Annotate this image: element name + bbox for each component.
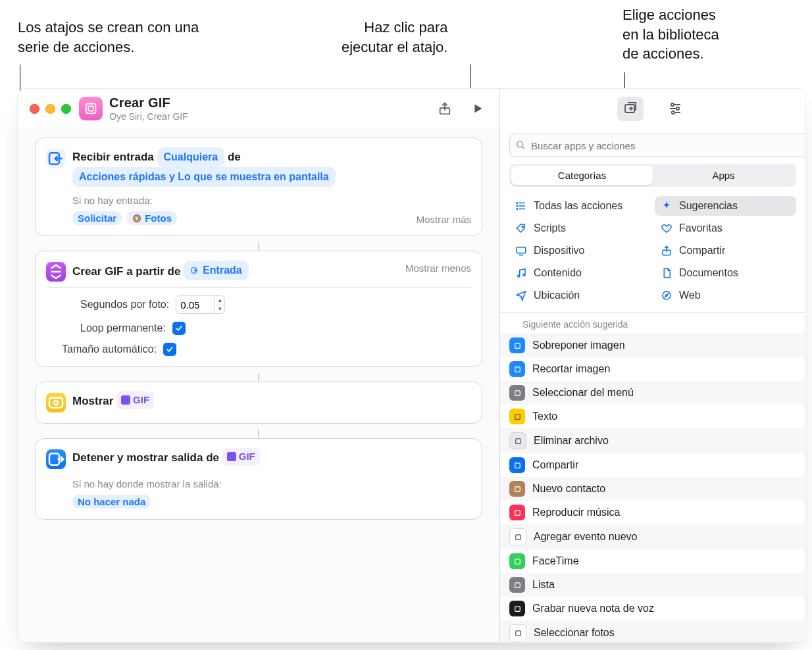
svg-point-21 (518, 275, 520, 277)
action-make-gif[interactable]: Crear GIF a partir de Entrada Mostrar me… (35, 251, 482, 367)
action-stop-output[interactable]: Detener y mostrar salida de GIF Si no ha… (35, 438, 482, 520)
cat-documents[interactable]: Documentos (655, 263, 796, 283)
action-lead: Crear GIF a partir de (72, 265, 180, 278)
action-lead: Recibir entrada (72, 151, 154, 163)
cat-scripts[interactable]: Scripts (509, 218, 651, 238)
cat-favorites[interactable]: Favoritas (655, 218, 796, 238)
show-less-link[interactable]: Mostrar menos (405, 261, 471, 274)
do-nothing-token[interactable]: No hacer nada (72, 495, 151, 509)
display-icon (515, 245, 528, 257)
library-pane: Categorías Apps Todas las acciones Suger… (499, 89, 805, 642)
category-grid: Todas las acciones Sugerencias Scripts F… (500, 193, 805, 312)
svg-rect-28 (515, 438, 520, 443)
svg-rect-32 (515, 534, 520, 539)
loop-checkbox[interactable] (172, 322, 186, 335)
svg-rect-19 (517, 247, 526, 253)
suggestion-row[interactable]: Eliminar archivo (500, 428, 805, 453)
input-icon (46, 149, 66, 168)
svg-rect-30 (515, 486, 520, 491)
app-icon (509, 577, 525, 593)
shortcut-title[interactable]: Crear GIF (109, 95, 438, 111)
app-icon (509, 528, 526, 545)
search-field[interactable] (509, 134, 796, 157)
app-icon (509, 601, 525, 616)
safari-icon (660, 289, 673, 301)
seconds-input[interactable] (176, 299, 215, 311)
action-lead: Detener y mostrar salida de (72, 451, 219, 464)
suggestion-hint: Siguiente acción sugerida (500, 312, 805, 334)
action-receive-input[interactable]: Recibir entrada Cualquiera de Acciones r… (35, 138, 482, 236)
svg-point-8 (54, 401, 58, 405)
gif-variable-token[interactable]: GIF (116, 391, 154, 409)
window-controls (30, 104, 71, 114)
step-down[interactable]: ▼ (215, 305, 224, 313)
svg-point-5 (135, 216, 139, 220)
suggestion-label: Sobreponer imagen (532, 339, 625, 351)
action-show-result[interactable]: Mostrar GIF (35, 382, 482, 424)
suggestion-row[interactable]: Texto (500, 405, 805, 428)
share-button[interactable] (438, 101, 452, 116)
zoom-window-button[interactable] (61, 104, 71, 114)
app-icon (509, 385, 525, 401)
suggestion-row[interactable]: Lista (500, 573, 805, 597)
cat-content[interactable]: Contenido (509, 263, 651, 283)
action-editor[interactable]: Recibir entrada Cualquiera de Acciones r… (18, 128, 499, 642)
search-icon (515, 139, 526, 151)
suggestion-label: Nuevo contacto (532, 483, 605, 495)
suggestion-label: Seleccionar del menú (532, 387, 634, 399)
svg-point-12 (676, 107, 679, 109)
suggestion-label: Grabar nueva nota de voz (532, 603, 654, 614)
suggestion-label: Lista (532, 579, 555, 591)
action-suggestion-list[interactable]: Sobreponer imagenRecortar imagenSeleccio… (500, 334, 805, 642)
search-input[interactable] (509, 134, 806, 157)
close-window-button[interactable] (30, 104, 39, 114)
svg-rect-33 (515, 559, 520, 564)
suggestion-row[interactable]: FaceTime (500, 549, 805, 573)
svg-point-22 (523, 274, 525, 276)
autosize-checkbox[interactable] (163, 343, 176, 356)
segment-apps[interactable]: Apps (653, 166, 794, 185)
gif-variable-token[interactable]: GIF (222, 448, 260, 466)
details-toggle-button[interactable] (662, 97, 688, 121)
suggestion-row[interactable]: Grabar nueva nota de voz (500, 597, 805, 620)
suggestion-row[interactable]: Compartir (500, 453, 805, 477)
run-button[interactable] (470, 101, 485, 116)
cat-suggestions[interactable]: Sugerencias (655, 196, 796, 216)
segment-categories[interactable]: Categorías (511, 166, 653, 185)
svg-rect-26 (515, 390, 520, 395)
editor-pane: Crear GIF Oye Siri, Crear GIF (18, 89, 499, 642)
input-variable-token[interactable]: Entrada (184, 261, 249, 280)
suggestion-row[interactable]: Seleccionar fotos (500, 620, 805, 642)
cat-device[interactable]: Dispositivo (509, 241, 651, 261)
cat-share[interactable]: Compartir (655, 241, 796, 261)
cat-web[interactable]: Web (655, 286, 796, 305)
suggestion-label: Recortar imagen (532, 363, 610, 375)
suggestion-row[interactable]: Reproducir música (500, 501, 805, 524)
svg-rect-25 (515, 366, 520, 372)
library-toggle-button[interactable] (617, 97, 644, 121)
list-icon (515, 200, 528, 212)
suggestion-row[interactable]: Sobreponer imagen (500, 334, 805, 357)
cat-all[interactable]: Todas las acciones (509, 196, 651, 216)
from-token[interactable]: Acciones rápidas y Lo que se muestra en … (72, 167, 336, 187)
quicklook-icon (46, 393, 66, 413)
any-input-token[interactable]: Cualquiera (157, 147, 225, 167)
photos-app-token[interactable]: Fotos (127, 211, 177, 225)
output-icon (46, 449, 66, 469)
suggestion-row[interactable]: Agregar evento nuevo (500, 524, 805, 549)
app-icon (509, 481, 525, 497)
suggestion-label: FaceTime (532, 555, 579, 567)
show-more-link[interactable]: Mostrar más (417, 212, 471, 225)
suggestion-row[interactable]: Recortar imagen (500, 357, 805, 381)
suggestion-label: Texto (532, 411, 557, 422)
suggestion-row[interactable]: Nuevo contacto (500, 477, 805, 501)
cat-location[interactable]: Ubicación (509, 286, 651, 305)
svg-rect-34 (515, 582, 520, 588)
step-up[interactable]: ▲ (215, 297, 224, 305)
document-icon (660, 267, 673, 279)
segment-control[interactable]: Categorías Apps (509, 164, 796, 187)
seconds-stepper[interactable]: ▲▼ (176, 295, 225, 314)
ask-token[interactable]: Solicitar (72, 211, 122, 225)
minimize-window-button[interactable] (45, 104, 55, 114)
suggestion-row[interactable]: Seleccionar del menú (500, 381, 805, 405)
